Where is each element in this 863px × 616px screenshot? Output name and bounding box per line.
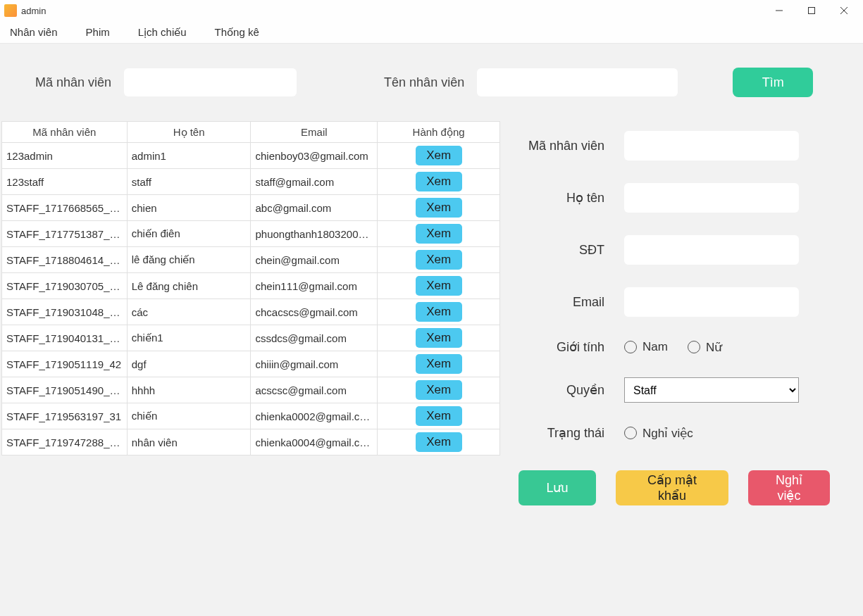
label-code: Mã nhân viên bbox=[519, 139, 624, 153]
cell-code: STAFF_1719563197_31 bbox=[2, 403, 128, 429]
cell-code: STAFF_1719040131_181 bbox=[2, 325, 128, 351]
table-row: STAFF_1719051490_917hhhhacscsc@gmail.com… bbox=[2, 377, 500, 403]
table-row: STAFF_1718804614_027lê đăng chiếnchein@g… bbox=[2, 247, 500, 273]
cell-action: Xem bbox=[378, 377, 500, 403]
window-title: admin bbox=[21, 6, 46, 16]
select-role[interactable]: Staff bbox=[624, 377, 799, 403]
table-row: STAFF_1719051119_42dgfchiiin@gmail.comXe… bbox=[2, 351, 500, 377]
cell-name: chiến1 bbox=[127, 325, 251, 351]
cell-name: lê đăng chiến bbox=[127, 247, 251, 273]
radio-female[interactable]: Nữ bbox=[688, 340, 722, 355]
input-phone[interactable] bbox=[624, 235, 799, 265]
table-row: STAFF_1717668565_587chienabc@gmail.comXe… bbox=[2, 195, 500, 221]
search-button[interactable]: Tìm bbox=[733, 68, 813, 97]
label-email: Email bbox=[519, 295, 624, 310]
cell-action: Xem bbox=[378, 143, 500, 169]
maximize-button[interactable] bbox=[795, 0, 828, 21]
radio-male-label: Nam bbox=[642, 340, 668, 354]
cell-name: staff bbox=[127, 169, 251, 195]
cell-email: chienka0004@gmail.com bbox=[251, 429, 378, 455]
view-button[interactable]: Xem bbox=[416, 406, 462, 426]
cell-action: Xem bbox=[378, 169, 500, 195]
view-button[interactable]: Xem bbox=[416, 380, 462, 400]
close-button[interactable] bbox=[828, 0, 860, 21]
table-row: STAFF_1719040131_181chiến1cssdcs@gmail.c… bbox=[2, 325, 500, 351]
cell-code: 123admin bbox=[2, 143, 128, 169]
password-button[interactable]: Cấp mật khẩu bbox=[616, 470, 728, 505]
view-button[interactable]: Xem bbox=[416, 198, 462, 218]
menu-phim[interactable]: Phim bbox=[86, 26, 110, 38]
radio-circle-icon bbox=[624, 341, 637, 353]
cell-code: STAFF_1719747288_938 bbox=[2, 429, 128, 455]
cell-action: Xem bbox=[378, 195, 500, 221]
cell-action: Xem bbox=[378, 299, 500, 325]
cell-name: chiến bbox=[127, 403, 251, 429]
cell-name: các bbox=[127, 299, 251, 325]
table-row: STAFF_1719031048_781cácchcacscs@gmail.co… bbox=[2, 299, 500, 325]
view-button[interactable]: Xem bbox=[416, 328, 462, 348]
cell-name: dgf bbox=[127, 351, 251, 377]
th-action: Hành động bbox=[378, 122, 500, 143]
cell-code: STAFF_1719030705_750 bbox=[2, 273, 128, 299]
cell-email: chein111@gmail.com bbox=[251, 273, 378, 299]
cell-code: STAFF_1719051119_42 bbox=[2, 351, 128, 377]
cell-code: 123staff bbox=[2, 169, 128, 195]
view-button[interactable]: Xem bbox=[416, 250, 462, 270]
menu-thong-ke[interactable]: Thống kê bbox=[215, 26, 259, 39]
search-code-input[interactable] bbox=[124, 68, 297, 96]
minimize-button[interactable] bbox=[763, 0, 795, 21]
view-button[interactable]: Xem bbox=[416, 276, 462, 296]
table-row: STAFF_1719747288_938nhân viênchienka0004… bbox=[2, 429, 500, 455]
view-button[interactable]: Xem bbox=[416, 354, 462, 374]
view-button[interactable]: Xem bbox=[416, 302, 462, 322]
label-name: Họ tên bbox=[519, 190, 624, 206]
table-row: STAFF_1717751387_626chiến điênphuongthan… bbox=[2, 221, 500, 247]
cell-name: admin1 bbox=[127, 143, 251, 169]
view-button[interactable]: Xem bbox=[416, 432, 462, 452]
cell-code: STAFF_1717668565_587 bbox=[2, 195, 128, 221]
input-email[interactable] bbox=[624, 287, 799, 317]
menu-lich-chieu[interactable]: Lịch chiếu bbox=[138, 26, 187, 39]
th-name: Họ tên bbox=[127, 122, 251, 143]
radio-male[interactable]: Nam bbox=[624, 340, 668, 354]
radio-resigned-label: Nghỉ việc bbox=[642, 426, 693, 441]
cell-name: hhhh bbox=[127, 377, 251, 403]
radio-resigned[interactable]: Nghỉ việc bbox=[624, 426, 693, 441]
cell-code: STAFF_1719031048_781 bbox=[2, 299, 128, 325]
radio-circle-icon bbox=[624, 427, 637, 439]
input-code[interactable] bbox=[624, 131, 799, 161]
table-pane: Mã nhân viên Họ tên Email Hành động 123a… bbox=[0, 121, 500, 616]
cell-action: Xem bbox=[378, 403, 500, 429]
search-name-input[interactable] bbox=[477, 68, 678, 96]
cell-name: chien bbox=[127, 195, 251, 221]
th-code: Mã nhân viên bbox=[2, 122, 128, 143]
detail-form: Mã nhân viên Họ tên SĐT Email Giới tính … bbox=[500, 121, 863, 616]
cell-action: Xem bbox=[378, 429, 500, 455]
label-role: Quyền bbox=[519, 382, 624, 398]
resign-button[interactable]: Nghỉ việc bbox=[748, 470, 830, 505]
table-row: STAFF_1719563197_31chiếnchienka0002@gmai… bbox=[2, 403, 500, 429]
view-button[interactable]: Xem bbox=[416, 146, 462, 165]
cell-action: Xem bbox=[378, 351, 500, 377]
cell-code: STAFF_1719051490_917 bbox=[2, 377, 128, 403]
table-row: STAFF_1719030705_750Lê đăng chiênchein11… bbox=[2, 273, 500, 299]
menu-nhan-vien[interactable]: Nhân viên bbox=[10, 26, 58, 38]
label-search-name: Tên nhân viên bbox=[384, 75, 464, 90]
cell-email: chein@gmail.com bbox=[251, 247, 378, 273]
save-button[interactable]: Lưu bbox=[519, 470, 596, 505]
cell-email: phuongthanh18032003... bbox=[251, 221, 378, 247]
view-button[interactable]: Xem bbox=[416, 172, 462, 191]
cell-action: Xem bbox=[378, 221, 500, 247]
view-button[interactable]: Xem bbox=[416, 224, 462, 244]
staff-table: Mã nhân viên Họ tên Email Hành động 123a… bbox=[1, 121, 500, 455]
table-row: 123staffstaffstaff@gmail.comXem bbox=[2, 169, 500, 195]
label-status: Trạng thái bbox=[519, 425, 624, 441]
cell-action: Xem bbox=[378, 325, 500, 351]
label-search-code: Mã nhân viên bbox=[35, 75, 111, 90]
input-name[interactable] bbox=[624, 183, 799, 213]
titlebar: admin bbox=[0, 0, 863, 21]
radio-circle-icon bbox=[688, 341, 700, 353]
cell-name: chiến điên bbox=[127, 221, 251, 247]
radio-female-label: Nữ bbox=[706, 340, 722, 355]
cell-code: STAFF_1718804614_027 bbox=[2, 247, 128, 273]
